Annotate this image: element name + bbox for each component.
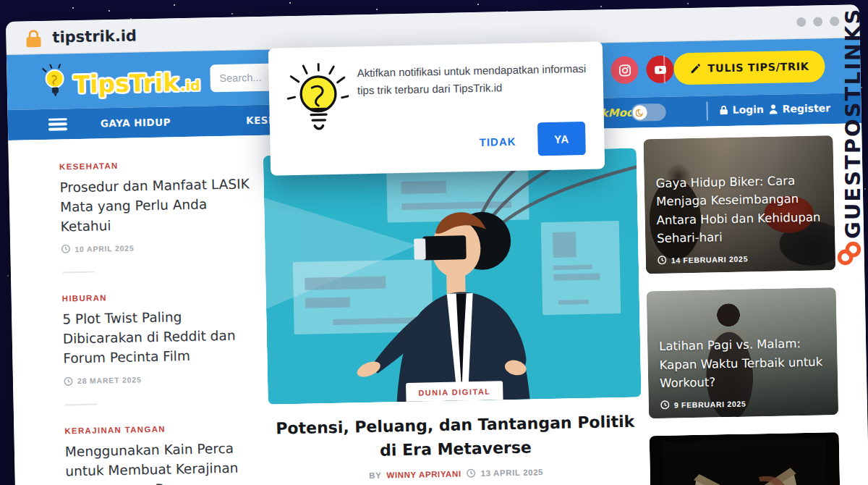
darkmode-toggle[interactable] — [631, 104, 665, 122]
author-link[interactable]: WINNY APRIYANI — [386, 469, 461, 479]
article-title-link[interactable]: 5 Plot Twist Paling Dibicarakan di Reddi… — [62, 306, 265, 368]
register-label: Register — [782, 102, 830, 114]
link-icon — [836, 240, 862, 266]
notification-permission-dialog: Aktifkan notifikasi untuk mendapatkan in… — [268, 41, 605, 175]
article-title-link[interactable]: Prosedur dan Manfaat LASIK Mata yang Per… — [59, 174, 262, 237]
logo-text: TipsTrik — [73, 68, 179, 98]
clock-icon — [64, 376, 73, 386]
stars — [0, 0, 1, 1]
login-label: Login — [732, 104, 764, 116]
watermark-text: GUESTPOSTLINKS — [841, 35, 865, 239]
url-text: tipstrik.id — [52, 27, 137, 46]
article-card-biker[interactable]: Gaya Hidup Biker: Cara Menjaga Keseimban… — [643, 135, 835, 274]
date-text: 14 FEBRUARI 2025 — [671, 254, 749, 264]
date-text: 9 FEBRUARI 2025 — [674, 399, 746, 409]
featured-date: 13 APRIL 2025 — [480, 468, 543, 478]
instagram-button[interactable] — [610, 56, 639, 84]
hamburger-menu-button[interactable] — [48, 118, 67, 131]
login-lock-icon — [720, 105, 728, 115]
featured-image[interactable]: DUNIA DIGITAL — [263, 148, 642, 405]
featured-title-link[interactable]: Potensi, Peluang, dan Tantangan Politik … — [268, 409, 642, 464]
write-tips-button[interactable]: TULIS TIPS/TRIK — [673, 50, 825, 85]
category-link[interactable]: KESEHATAN — [59, 161, 119, 172]
divider — [66, 403, 98, 405]
article-date: 10 APRIL 2025 — [61, 240, 262, 254]
featured-byline: BY WINNY APRIYANI 13 APRIL 2025 — [270, 465, 643, 481]
divider — [63, 271, 95, 274]
browser-window: tipstrik.id TipsTrik .id — [6, 4, 868, 485]
card-title: Latihan Pagi vs. Malam: Kapan Waktu Terb… — [659, 334, 829, 393]
window-control-dots[interactable] — [796, 17, 839, 27]
byline-prefix: BY — [369, 471, 381, 479]
category-link[interactable]: KERAJINAN TANGAN — [64, 425, 166, 436]
sidebar-article: KESEHATAN Prosedur dan Manfaat LASIK Mat… — [59, 156, 263, 254]
logo-suffix: .id — [180, 77, 200, 97]
moon-icon — [635, 108, 644, 117]
toggle-knob — [632, 105, 647, 119]
article-card-manuscript[interactable] — [650, 432, 842, 485]
sidebar-article: KERAJINAN TANGAN Menggunakan Kain Perca … — [64, 420, 268, 485]
user-icon — [768, 104, 778, 114]
clock-icon — [658, 256, 667, 265]
card-title: Gaya Hidup Biker: Cara Menjaga Keseimban… — [655, 171, 826, 248]
page-content: KESEHATAN Prosedur dan Manfaat LASIK Mat… — [8, 123, 868, 485]
nav-item-gaya-hidup[interactable]: GAYA HIDUP — [101, 116, 171, 129]
article-title-link[interactable]: Menggunakan Kain Perca untuk Membuat Ker… — [65, 439, 268, 485]
clock-icon — [660, 400, 670, 410]
featured-article: DUNIA DIGITAL Potensi, Peluang, dan Tant… — [263, 148, 643, 482]
date-text: 28 MARET 2025 — [77, 376, 142, 386]
date-text: 10 APRIL 2025 — [75, 243, 134, 253]
login-link[interactable]: Login — [719, 104, 764, 116]
article-card-workout[interactable]: Latihan Pagi vs. Malam: Kapan Waktu Terb… — [647, 287, 838, 418]
dialog-message: Aktifkan notifikasi untuk mendapatkan in… — [357, 60, 600, 100]
instagram-icon — [618, 63, 631, 77]
category-link[interactable]: HIBURAN — [62, 294, 107, 303]
dialog-decline-button[interactable]: TIDAK — [479, 135, 516, 148]
write-tips-label: TULIS TIPS/TRIK — [707, 61, 809, 75]
nav-separator — [706, 102, 707, 121]
clock-icon — [466, 468, 475, 478]
article-date: 28 MARET 2025 — [64, 373, 265, 387]
card-overlay — [650, 432, 842, 485]
sidebar-article-list: KESEHATAN Prosedur dan Manfaat LASIK Mat… — [59, 156, 268, 485]
window-dot — [813, 17, 822, 26]
sidebar-article: HIBURAN 5 Plot Twist Paling Dibicarakan … — [62, 287, 265, 386]
lock-icon — [26, 30, 41, 47]
featured-category-tag[interactable]: DUNIA DIGITAL — [406, 381, 503, 402]
right-article-column: Gaya Hidup Biker: Cara Menjaga Keseimban… — [643, 135, 841, 485]
site-logo[interactable]: TipsTrik .id — [41, 62, 200, 99]
dialog-accept-button[interactable]: YA — [537, 122, 586, 156]
window-dot — [830, 17, 839, 26]
register-link[interactable]: Register — [768, 102, 830, 115]
youtube-button[interactable] — [646, 55, 674, 83]
lightbulb-logo-icon — [41, 64, 72, 99]
window-dot — [796, 17, 806, 27]
pencil-icon — [689, 63, 701, 75]
vr-metaverse-illustration — [263, 148, 642, 405]
lightbulb-clipart-icon — [286, 63, 349, 137]
youtube-icon — [652, 62, 668, 77]
clock-icon — [61, 245, 70, 254]
